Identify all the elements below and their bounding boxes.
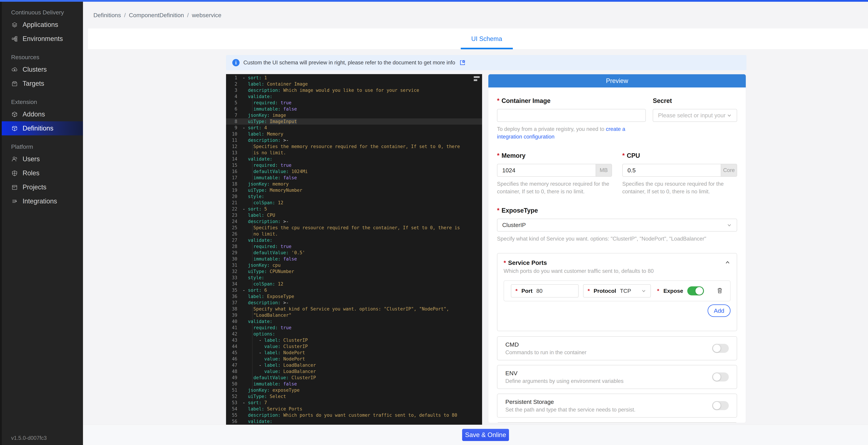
code-line-51: 51 jsonKey: exposeType xyxy=(226,387,482,393)
sidebar-item-definitions[interactable]: Definitions xyxy=(0,121,83,135)
sidebar-group: PlatformUsersRolesProjectsIntegrations xyxy=(0,141,83,208)
code-line-32: 32 uiType: CPUNumber xyxy=(226,268,482,275)
protocol-select[interactable]: *Protocol TCP xyxy=(583,284,651,297)
shield-icon xyxy=(11,170,18,177)
line-number: 34 xyxy=(226,281,243,287)
cpu-help: Specifies the cpu resource required for … xyxy=(622,180,737,195)
code-line-39: 39 "LoadBalancer" xyxy=(226,312,482,318)
code-line-17: 17 immutable: false xyxy=(226,174,482,181)
line-number: 19 xyxy=(226,187,243,193)
persistent-storage-toggle[interactable] xyxy=(712,401,729,410)
sidebar-item-label: Clusters xyxy=(23,66,47,73)
code-line-33: 33 style: xyxy=(226,275,482,281)
delete-port-icon[interactable] xyxy=(716,287,723,295)
sidebar: Continuous DeliveryApplicationsEnvironme… xyxy=(0,2,83,445)
sidebar-item-targets[interactable]: Targets xyxy=(0,76,83,91)
code-line-31: 31 jsonKey: cpu xyxy=(226,262,482,268)
breadcrumb-componentdefinition[interactable]: ComponentDefinition xyxy=(129,12,184,19)
memory-input[interactable]: 1024 MB xyxy=(497,164,612,177)
breadcrumb-definitions[interactable]: Definitions xyxy=(93,12,121,19)
chevron-down-icon xyxy=(727,113,732,118)
banner-text: Custom the UI schema will preview in rig… xyxy=(243,60,455,66)
port-field[interactable]: *Port 80 xyxy=(511,284,579,297)
line-number: 27 xyxy=(226,237,243,243)
sidebar-group-title: Continuous Delivery xyxy=(0,7,83,18)
layers-icon xyxy=(11,21,18,28)
collapse-chevron-up-icon[interactable] xyxy=(724,259,731,266)
line-number: 37 xyxy=(226,299,243,306)
footer-bar: Save & Online xyxy=(83,425,868,445)
sidebar-item-integrations[interactable]: Integrations xyxy=(0,194,83,208)
container-image-help: To deploy from a private registry, you n… xyxy=(497,125,646,140)
line-number: 20 xyxy=(226,193,243,199)
sidebar-item-environments[interactable]: Environments xyxy=(0,32,83,46)
info-icon: i xyxy=(232,59,240,66)
env-toggle[interactable] xyxy=(712,373,729,381)
line-number: 3 xyxy=(226,87,243,93)
code-line-50: 50 immutable: false xyxy=(226,381,482,387)
expose-toggle[interactable] xyxy=(687,286,704,295)
sidebar-item-applications[interactable]: Applications xyxy=(0,18,83,32)
sidebar-item-users[interactable]: Users xyxy=(0,152,83,166)
top-accent-bar xyxy=(0,0,868,2)
line-number: 29 xyxy=(226,250,243,256)
cmd-toggle[interactable] xyxy=(712,344,729,353)
code-line-7: 7 jsonKey: image xyxy=(226,112,482,118)
code-line-19: 19 uiType: MemoryNumber xyxy=(226,187,482,193)
container-image-input[interactable] xyxy=(497,109,646,122)
toggle-card-env: ENVDefine arguments by using environment… xyxy=(497,365,737,389)
code-line-1: 1- sort: 1 xyxy=(226,75,482,81)
exposetype-select[interactable]: ClusterIP xyxy=(497,219,737,231)
toggle-card-cmd: CMDCommands to run in the container xyxy=(497,336,737,360)
line-number: 22 xyxy=(226,206,243,212)
breadcrumb-separator: / xyxy=(187,12,189,19)
line-number: 28 xyxy=(226,243,243,250)
code-line-8: 8 uiType: ImageInput xyxy=(226,118,482,125)
code-line-23: 23 label: CPU xyxy=(226,212,482,218)
cube-open-icon xyxy=(11,125,18,132)
sidebar-item-label: Integrations xyxy=(23,197,57,205)
line-number: 42 xyxy=(226,331,243,337)
preview-panel: Preview * Container Image To deploy from… xyxy=(488,74,746,423)
external-link-icon[interactable] xyxy=(459,59,466,66)
add-port-button[interactable]: Add xyxy=(708,305,731,317)
sidebar-item-addons[interactable]: Addons xyxy=(0,107,83,121)
code-line-49: 49 defaultValue: ClusterIP xyxy=(226,375,482,381)
chevron-down-icon xyxy=(727,222,732,228)
secret-placeholder: Please select or input your o xyxy=(658,112,727,119)
main-area: Definitions / ComponentDefinition / webs… xyxy=(83,2,868,425)
secret-select[interactable]: Please select or input your o xyxy=(653,109,737,122)
tab-ui-schema[interactable]: UI Schema xyxy=(471,28,502,49)
line-number: 6 xyxy=(226,106,243,112)
cpu-input[interactable]: 0.5 Core xyxy=(622,164,737,177)
code-line-11: 11 description: >- xyxy=(226,137,482,144)
content-row: 1- sort: 12 label: Container Image3 desc… xyxy=(226,74,868,425)
service-ports-card: * Service Ports Which ports do you want … xyxy=(497,253,737,331)
sidebar-item-label: Addons xyxy=(23,110,45,118)
sidebar-item-roles[interactable]: Roles xyxy=(0,166,83,180)
save-online-button[interactable]: Save & Online xyxy=(462,429,509,441)
toggle-card-subtitle: Define arguments by using environment va… xyxy=(505,378,712,384)
toggle-card-title: CMD xyxy=(505,341,712,348)
line-number: 18 xyxy=(226,181,243,187)
active-tab-indicator xyxy=(461,48,513,49)
sidebar-item-clusters[interactable]: Clusters xyxy=(0,62,83,76)
code-line-53: 53- sort: 7 xyxy=(226,400,482,406)
code-line-41: 41 required: true xyxy=(226,324,482,331)
secret-label: Secret xyxy=(653,97,737,104)
code-line-20: 20 style: xyxy=(226,193,482,199)
line-number: 25 xyxy=(226,225,243,231)
line-number: 8 xyxy=(226,118,243,125)
toggle-card-persistent-storage: Persistent StorageSet the path and type … xyxy=(497,393,737,418)
sidebar-item-projects[interactable]: Projects xyxy=(0,180,83,194)
breadcrumb-webservice: webservice xyxy=(192,12,221,19)
sidebar-item-label: Users xyxy=(23,155,40,163)
line-number: 1 xyxy=(226,75,243,81)
yaml-code-editor[interactable]: 1- sort: 12 label: Container Image3 desc… xyxy=(226,74,482,425)
toggle-card-subtitle: Commands to run in the container xyxy=(505,349,712,356)
toggle-card-subtitle: Set the path and type that the service n… xyxy=(505,407,712,413)
code-line-24: 24 description: >- xyxy=(226,218,482,225)
code-line-5: 5 required: true xyxy=(226,100,482,106)
code-line-12: 12 Specifies the memory resource require… xyxy=(226,144,482,150)
line-number: 15 xyxy=(226,162,243,168)
